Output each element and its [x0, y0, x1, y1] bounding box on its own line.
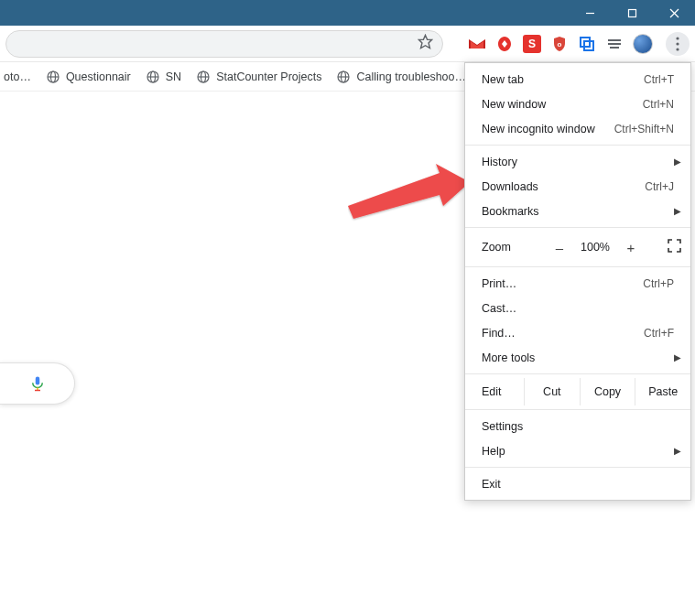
globe-icon — [336, 70, 351, 84]
menu-shortcut: Ctrl+Shift+N — [614, 123, 674, 135]
window-close-button[interactable] — [653, 0, 695, 26]
svg-rect-1 — [628, 9, 635, 16]
globe-icon — [196, 70, 211, 84]
menu-shortcut: Ctrl+P — [643, 277, 674, 290]
menu-new-incognito[interactable]: New incognito window Ctrl+Shift+N — [465, 116, 690, 141]
menu-label: Print… — [482, 277, 643, 290]
extension-blue-icon[interactable] — [578, 35, 596, 53]
window-minimize-button[interactable] — [569, 0, 611, 26]
globe-icon — [146, 70, 160, 84]
extension-row: S o — [468, 32, 690, 56]
menu-zoom-row: Zoom – 100% + — [465, 232, 690, 263]
svg-marker-29 — [348, 164, 470, 219]
menu-shortcut: Ctrl+N — [643, 98, 674, 111]
menu-label: New incognito window — [482, 123, 614, 135]
menu-label: Downloads — [482, 180, 645, 193]
zoom-percent: 100% — [581, 241, 610, 254]
annotation-arrow — [348, 162, 472, 226]
menu-label: History — [482, 156, 674, 168]
menu-label: New tab — [482, 73, 644, 86]
extension-red-icon[interactable] — [495, 35, 514, 53]
bookmark-item[interactable]: oto… — [4, 70, 31, 83]
microphone-icon — [29, 373, 46, 394]
chrome-menu-button[interactable] — [666, 32, 690, 56]
globe-icon — [46, 70, 60, 84]
extension-s-icon[interactable]: S — [523, 35, 541, 53]
menu-shortcut: Ctrl+J — [645, 180, 674, 193]
browser-toolbar: S o — [0, 26, 695, 62]
svg-point-11 — [676, 37, 679, 39]
menu-help[interactable]: Help ▶ — [465, 438, 690, 463]
menu-shortcut: Ctrl+T — [644, 73, 674, 86]
svg-rect-26 — [35, 377, 39, 385]
bookmark-label: oto… — [4, 70, 31, 83]
svg-point-12 — [676, 42, 679, 45]
profile-avatar[interactable] — [633, 34, 653, 54]
menu-new-tab[interactable]: New tab Ctrl+T — [465, 67, 690, 92]
menu-cast[interactable]: Cast… — [465, 296, 690, 320]
menu-edit-row: Edit Cut Copy Paste — [465, 378, 690, 405]
chevron-right-icon: ▶ — [674, 352, 681, 362]
menu-label: More tools — [482, 351, 674, 364]
bookmark-label: StatCounter Projects — [216, 70, 321, 83]
menu-bookmarks[interactable]: Bookmarks ▶ — [465, 199, 690, 223]
bookmark-star-icon[interactable] — [418, 34, 433, 53]
menu-downloads[interactable]: Downloads Ctrl+J — [465, 174, 690, 199]
menu-more-tools[interactable]: More tools ▶ — [465, 345, 690, 370]
menu-history[interactable]: History ▶ — [465, 149, 690, 174]
address-bar[interactable] — [5, 30, 443, 58]
edit-cut-button[interactable]: Cut — [524, 378, 580, 405]
menu-label: New window — [482, 98, 643, 111]
window-maximize-button[interactable] — [611, 0, 653, 26]
menu-label: Edit — [465, 378, 524, 405]
menu-label: Find… — [482, 327, 644, 340]
menu-settings[interactable]: Settings — [465, 414, 690, 438]
menu-label: Zoom — [482, 241, 532, 254]
edit-copy-button[interactable]: Copy — [580, 378, 635, 405]
bookmark-label: Questionnair — [66, 70, 131, 83]
extension-list-icon[interactable] — [605, 35, 624, 53]
menu-find[interactable]: Find… Ctrl+F — [465, 320, 690, 345]
svg-text:o: o — [558, 40, 562, 49]
edit-paste-button[interactable]: Paste — [635, 378, 690, 405]
bookmark-label: SN — [166, 70, 181, 83]
fullscreen-button[interactable] — [668, 239, 681, 255]
bookmark-item[interactable]: Calling troubleshoo… — [336, 70, 466, 84]
menu-label: Exit — [482, 478, 674, 491]
svg-marker-4 — [418, 35, 431, 48]
bookmark-label: Calling troubleshoo… — [356, 70, 466, 83]
menu-label: Cast… — [482, 302, 674, 315]
menu-exit[interactable]: Exit — [465, 471, 690, 496]
zoom-in-button[interactable]: + — [623, 240, 639, 255]
extension-shield-icon[interactable]: o — [550, 35, 569, 53]
menu-label: Help — [482, 445, 674, 458]
chrome-main-menu: New tab Ctrl+T New window Ctrl+N New inc… — [464, 62, 691, 501]
svg-point-13 — [676, 48, 679, 50]
menu-new-window[interactable]: New window Ctrl+N — [465, 92, 690, 116]
menu-label: Settings — [482, 420, 674, 433]
chevron-right-icon: ▶ — [674, 446, 681, 456]
voice-search-button[interactable] — [0, 362, 75, 405]
window-titlebar — [0, 0, 695, 26]
bookmark-item[interactable]: StatCounter Projects — [196, 70, 321, 84]
chevron-right-icon: ▶ — [674, 157, 681, 167]
chevron-right-icon: ▶ — [674, 206, 681, 216]
bookmark-item[interactable]: SN — [146, 70, 181, 84]
menu-label: Bookmarks — [482, 205, 674, 218]
menu-print[interactable]: Print… Ctrl+P — [465, 271, 690, 296]
menu-shortcut: Ctrl+F — [644, 327, 674, 340]
gmail-icon[interactable] — [468, 35, 486, 53]
bookmark-item[interactable]: Questionnair — [46, 70, 131, 84]
zoom-out-button[interactable]: – — [551, 240, 568, 255]
